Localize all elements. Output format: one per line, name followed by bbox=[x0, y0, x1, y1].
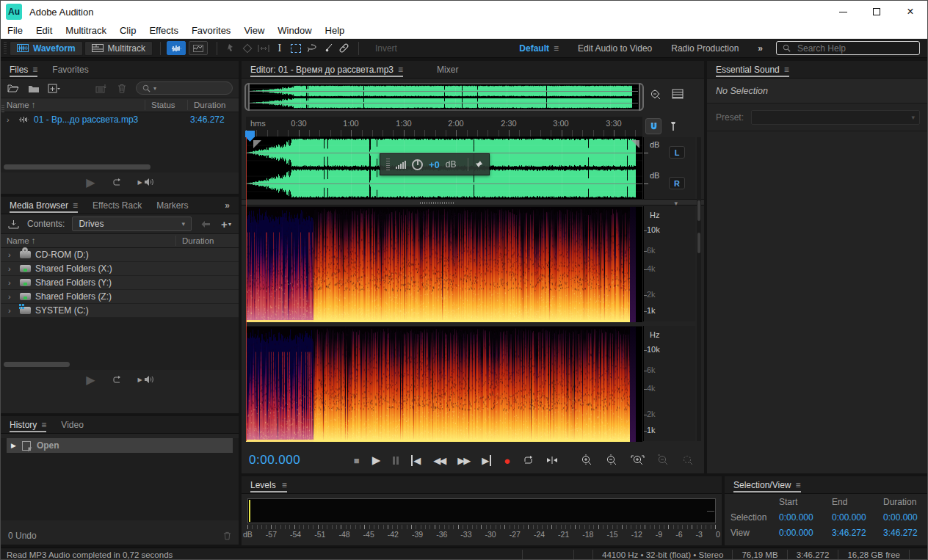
workspace-menu-icon[interactable]: ≡ bbox=[554, 43, 559, 54]
show-waveform-button[interactable] bbox=[167, 41, 186, 55]
loop-preview-button[interactable] bbox=[112, 178, 122, 187]
time-selection-tool-icon[interactable]: I bbox=[272, 41, 288, 56]
channel-left-button[interactable]: L bbox=[669, 146, 685, 159]
preview-play-button[interactable]: ▶ bbox=[86, 373, 95, 387]
new-item-icon[interactable] bbox=[48, 82, 61, 94]
overview-left-handle[interactable] bbox=[244, 83, 250, 111]
column-duration[interactable]: Duration bbox=[187, 100, 239, 110]
drive-row-c[interactable]: › SYSTEM (C:) bbox=[1, 304, 239, 318]
rewind-button[interactable]: ◀◀ bbox=[433, 455, 445, 466]
media-hscrollbar[interactable] bbox=[4, 362, 70, 367]
skip-to-previous-button[interactable]: ◀ bbox=[411, 455, 421, 466]
spectrogram-left[interactable] bbox=[246, 206, 642, 321]
auto-play-button[interactable]: ▶ bbox=[138, 375, 153, 384]
play-button[interactable]: ▶ bbox=[372, 454, 381, 467]
column-name[interactable]: Name ↑ bbox=[7, 236, 175, 245]
menu-clip[interactable]: Clip bbox=[113, 23, 142, 38]
waveform-display[interactable]: +0 dB bbox=[246, 137, 642, 199]
selection-duration[interactable]: 0:00.000 bbox=[883, 512, 928, 523]
column-name[interactable]: Name ↑ bbox=[7, 101, 145, 109]
hud-grip[interactable] bbox=[386, 159, 390, 170]
expand-chevron-icon[interactable]: › bbox=[7, 115, 14, 124]
tab-levels[interactable]: Levels ≡ bbox=[250, 476, 287, 493]
file-row[interactable]: › 01 - Вр...до рассвета.mp3 3:46.272 bbox=[1, 112, 239, 127]
levels-panel-menu-icon[interactable]: ≡ bbox=[282, 480, 287, 490]
spectrogram-canvas-left[interactable] bbox=[246, 207, 642, 322]
tab-essential-sound[interactable]: Essential Sound ≡ bbox=[716, 61, 789, 78]
preset-dropdown[interactable]: ▾ bbox=[751, 110, 920, 125]
overview-waveform[interactable] bbox=[249, 84, 638, 109]
drive-row-z[interactable]: › Shared Folders (Z:) bbox=[1, 290, 239, 304]
preview-play-button[interactable]: ▶ bbox=[86, 175, 95, 189]
snap-toggle-button[interactable] bbox=[645, 118, 661, 134]
expand-chevron-icon[interactable]: › bbox=[8, 306, 15, 315]
tabs-overflow-icon[interactable]: » bbox=[225, 200, 230, 211]
waveform-view-button[interactable]: Waveform bbox=[10, 41, 83, 56]
media-list-header[interactable]: Name ↑ Duration bbox=[1, 233, 239, 248]
move-tool-icon[interactable] bbox=[223, 41, 239, 56]
files-search-field[interactable]: ▾ bbox=[136, 81, 233, 95]
menu-effects[interactable]: Effects bbox=[142, 23, 185, 38]
playhead-time-display[interactable]: 0:00.000 bbox=[249, 453, 300, 468]
tab-files[interactable]: Files ≡ bbox=[10, 61, 37, 78]
spectrogram-canvas-right[interactable] bbox=[246, 327, 642, 442]
hud-gain-value[interactable]: +0 bbox=[429, 159, 440, 170]
menu-help[interactable]: Help bbox=[319, 23, 352, 38]
volume-knob-icon[interactable] bbox=[412, 159, 423, 170]
zoom-in-button[interactable] bbox=[581, 454, 593, 467]
file-name[interactable]: 01 - Вр...до рассвета.mp3 bbox=[34, 114, 186, 125]
spectrogram-right[interactable] bbox=[246, 326, 642, 441]
skip-to-next-button[interactable]: ▶ bbox=[482, 455, 491, 466]
overview-right-handle[interactable] bbox=[639, 83, 644, 111]
splitter-grip[interactable] bbox=[420, 202, 454, 204]
open-file-icon[interactable] bbox=[7, 82, 20, 94]
view-duration[interactable]: 3:46.272 bbox=[883, 528, 928, 538]
marquee-selection-tool-icon[interactable] bbox=[288, 41, 304, 56]
tab-editor[interactable]: Editor: 01 - Время до рассвета.mp3 ≡ bbox=[250, 61, 403, 78]
menu-edit[interactable]: Edit bbox=[29, 23, 59, 38]
pause-button[interactable] bbox=[393, 457, 399, 465]
tab-effects-rack[interactable]: Effects Rack bbox=[93, 197, 142, 214]
column-duration[interactable]: Duration bbox=[175, 236, 239, 246]
maximize-button[interactable] bbox=[860, 1, 893, 23]
close-button[interactable]: × bbox=[893, 1, 927, 23]
paintbrush-tool-icon[interactable] bbox=[320, 41, 336, 56]
editor-panel-menu-icon[interactable]: ≡ bbox=[398, 65, 403, 75]
menu-window[interactable]: Window bbox=[271, 23, 318, 38]
workspace-radio-production[interactable]: Radio Production bbox=[671, 43, 739, 54]
workspace-overflow-icon[interactable]: » bbox=[758, 43, 763, 54]
tab-history[interactable]: History ≡ bbox=[10, 416, 46, 433]
zoom-reset-button[interactable] bbox=[682, 454, 695, 467]
record-button[interactable]: ● bbox=[504, 454, 510, 467]
volume-hud[interactable]: +0 dB bbox=[380, 153, 490, 175]
history-panel-menu-icon[interactable]: ≡ bbox=[41, 420, 46, 430]
search-help-input[interactable] bbox=[796, 43, 899, 54]
loop-preview-button[interactable] bbox=[112, 375, 122, 385]
stop-button[interactable]: ■ bbox=[354, 455, 360, 466]
razor-tool-icon[interactable] bbox=[239, 41, 255, 56]
workspace-edit-audio-to-video[interactable]: Edit Audio to Video bbox=[578, 43, 652, 54]
invert-button[interactable]: Invert bbox=[375, 43, 397, 54]
timeline-ruler[interactable]: hms 0:30 1:00 1:30 2:00 2:30 3:00 3:30 bbox=[246, 117, 642, 137]
history-item-open[interactable]: ▶ Open bbox=[7, 438, 233, 453]
selection-start[interactable]: 0:00.000 bbox=[779, 512, 832, 523]
marker-pin-icon[interactable] bbox=[666, 118, 681, 134]
selection-end[interactable]: 0:00.000 bbox=[832, 512, 883, 523]
menu-file[interactable]: File bbox=[1, 23, 29, 38]
zoom-out-full-icon[interactable] bbox=[650, 89, 662, 101]
tab-markers[interactable]: Markers bbox=[156, 197, 188, 214]
fast-forward-button[interactable]: ▶▶ bbox=[457, 455, 469, 466]
workspace-default[interactable]: Default ≡ bbox=[519, 43, 559, 54]
clear-history-trash-icon[interactable] bbox=[223, 531, 231, 540]
spot-healing-brush-icon[interactable] bbox=[336, 41, 352, 56]
expand-chevron-icon[interactable]: › bbox=[8, 278, 15, 287]
overview-navigator[interactable] bbox=[246, 83, 642, 111]
tab-media-browser[interactable]: Media Browser ≡ bbox=[10, 197, 78, 214]
import-media-icon[interactable] bbox=[7, 218, 20, 230]
loop-playback-button[interactable] bbox=[523, 455, 534, 465]
expand-chevron-icon[interactable]: › bbox=[8, 292, 15, 301]
column-status[interactable]: Status bbox=[145, 100, 187, 110]
files-hscrollbar[interactable] bbox=[4, 164, 151, 170]
files-list-header[interactable]: Name ↑ Status Duration bbox=[1, 98, 239, 112]
editor-list-icon[interactable] bbox=[672, 89, 684, 99]
